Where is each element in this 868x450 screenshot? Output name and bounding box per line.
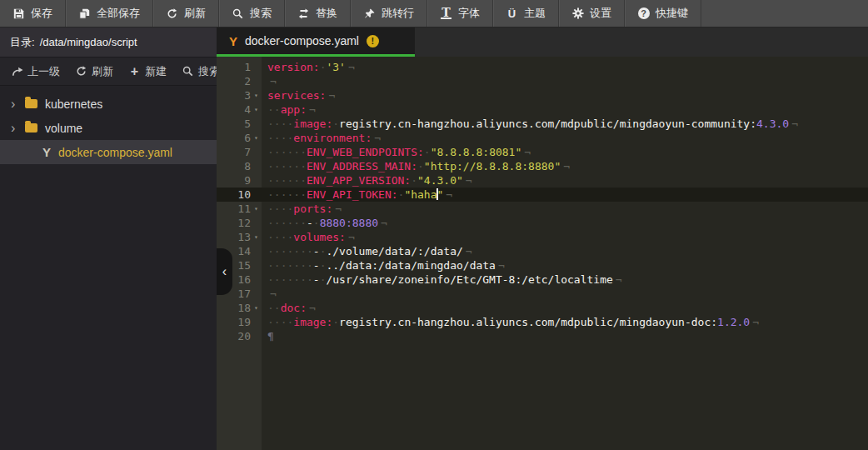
code-line-13[interactable]: 13▾····volumes:¬ bbox=[217, 230, 868, 244]
code-text[interactable]: ··doc:¬ bbox=[262, 301, 316, 315]
fold-toggle-icon[interactable]: ▾ bbox=[251, 131, 262, 145]
code-text[interactable]: ¬ bbox=[262, 287, 277, 301]
expand-chevron-icon[interactable]: › bbox=[11, 122, 25, 134]
code-line-16[interactable]: 16·······-·/usr/share/zoneinfo/Etc/GMT-8… bbox=[217, 272, 868, 287]
code-text[interactable]: ····volumes:¬ bbox=[262, 230, 355, 244]
line-number[interactable]: 9 bbox=[244, 173, 251, 188]
tree-item-kubernetes[interactable]: › kubernetes bbox=[0, 92, 217, 116]
code-line-20[interactable]: 20¶ bbox=[217, 329, 868, 343]
line-number-gutter[interactable]: 9 bbox=[217, 173, 262, 188]
line-number[interactable]: 15 bbox=[237, 258, 251, 272]
code-line-19[interactable]: 19····image:·registry.cn-hangzhou.aliyun… bbox=[217, 315, 868, 329]
line-number[interactable]: 19 bbox=[237, 315, 251, 329]
line-number[interactable]: 6 bbox=[244, 131, 251, 145]
fold-toggle-icon[interactable]: ▾ bbox=[251, 301, 262, 315]
code-text[interactable]: ······-·8880:8880¬ bbox=[262, 216, 387, 230]
goto-line-button[interactable]: 跳转行 bbox=[351, 0, 427, 27]
up-level-button[interactable]: 上一级 bbox=[3, 58, 67, 85]
code-text[interactable]: ·······-·./volume/data/:/data/¬ bbox=[262, 244, 472, 258]
code-line-3[interactable]: 3▾services:¬ bbox=[217, 88, 868, 102]
code-line-5[interactable]: 5····image:·registry.cn-hangzhou.aliyunc… bbox=[217, 117, 868, 131]
line-number-gutter[interactable]: 6▾ bbox=[217, 131, 262, 145]
save-all-button[interactable]: 全部保存 bbox=[66, 0, 153, 27]
code-text[interactable]: ¬ bbox=[262, 74, 277, 88]
theme-button[interactable]: Ü 主题 bbox=[493, 0, 559, 27]
line-number-gutter[interactable]: 10 bbox=[217, 188, 262, 202]
line-number-gutter[interactable]: 8 bbox=[217, 159, 262, 173]
code-line-8[interactable]: 8······ENV_ADDRESS_MAIN:·"http://8.8.8.8… bbox=[217, 159, 868, 173]
sidebar-collapse-handle[interactable]: ‹ bbox=[217, 248, 232, 295]
line-number-gutter[interactable]: 11▾ bbox=[217, 202, 262, 216]
font-button[interactable]: T 字体 bbox=[427, 0, 493, 27]
line-number[interactable]: 18 bbox=[237, 301, 251, 315]
new-file-button[interactable]: + 新建 bbox=[121, 58, 174, 85]
refresh-button[interactable]: 刷新 bbox=[153, 0, 219, 27]
code-text[interactable]: ······ENV_WEB_ENDPOINTS:·"8.8.8.8:8081"¬ bbox=[262, 145, 531, 159]
tree-item-volume[interactable]: › volume bbox=[0, 116, 217, 140]
line-number[interactable]: 4 bbox=[244, 102, 251, 117]
line-number[interactable]: 12 bbox=[237, 216, 251, 230]
line-number[interactable]: 10 bbox=[237, 188, 251, 202]
line-number-gutter[interactable]: 20 bbox=[217, 329, 262, 343]
code-text[interactable]: ······ENV_APP_VERSION:·"4.3.0"¬ bbox=[262, 173, 472, 188]
code-line-1[interactable]: 1version:·'3'¬ bbox=[217, 60, 868, 74]
code-line-2[interactable]: 2¬ bbox=[217, 74, 868, 88]
line-number-gutter[interactable]: 2 bbox=[217, 74, 262, 88]
code-text[interactable]: ··app:¬ bbox=[262, 102, 316, 117]
fold-toggle-icon[interactable]: ▾ bbox=[251, 202, 262, 216]
line-number-gutter[interactable]: 5 bbox=[217, 117, 262, 131]
line-number-gutter[interactable]: 12 bbox=[217, 216, 262, 230]
line-number-gutter[interactable]: 1 bbox=[217, 60, 262, 74]
code-editor[interactable]: 1version:·'3'¬2¬3▾services:¬4▾··app:¬5··… bbox=[217, 57, 868, 450]
fold-toggle-icon[interactable]: ▾ bbox=[251, 88, 262, 102]
code-line-4[interactable]: 4▾··app:¬ bbox=[217, 102, 868, 117]
code-line-6[interactable]: 6▾····environment:¬ bbox=[217, 131, 868, 145]
code-line-7[interactable]: 7······ENV_WEB_ENDPOINTS:·"8.8.8.8:8081"… bbox=[217, 145, 868, 159]
line-number[interactable]: 16 bbox=[237, 272, 251, 287]
expand-chevron-icon[interactable]: › bbox=[11, 98, 25, 110]
line-number[interactable]: 1 bbox=[244, 60, 251, 74]
line-number[interactable]: 7 bbox=[244, 145, 251, 159]
code-line-15[interactable]: 15·······-·../data:/data/mingdao/data¬ bbox=[217, 258, 868, 272]
line-number[interactable]: 8 bbox=[244, 159, 251, 173]
code-line-18[interactable]: 18▾··doc:¬ bbox=[217, 301, 868, 315]
line-number[interactable]: 17 bbox=[237, 287, 251, 301]
code-line-14[interactable]: 14·······-·./volume/data/:/data/¬ bbox=[217, 244, 868, 258]
code-text[interactable]: ····ports:¬ bbox=[262, 202, 342, 216]
code-text[interactable]: ·······-·../data:/data/mingdao/data¬ bbox=[262, 258, 505, 272]
code-text[interactable]: version:·'3'¬ bbox=[262, 60, 355, 74]
line-number[interactable]: 20 bbox=[237, 329, 251, 343]
line-number[interactable]: 14 bbox=[237, 244, 251, 258]
settings-button[interactable]: 设置 bbox=[559, 0, 625, 27]
fold-toggle-icon[interactable]: ▾ bbox=[251, 230, 262, 244]
code-text[interactable]: services:¬ bbox=[262, 88, 335, 102]
code-text[interactable]: ····image:·registry.cn-hangzhou.aliyuncs… bbox=[262, 315, 759, 329]
line-number-gutter[interactable]: 19 bbox=[217, 315, 262, 329]
code-line-11[interactable]: 11▾····ports:¬ bbox=[217, 202, 868, 216]
code-line-12[interactable]: 12······-·8880:8880¬ bbox=[217, 216, 868, 230]
line-number-gutter[interactable]: 18▾ bbox=[217, 301, 262, 315]
sidebar-refresh-button[interactable]: 刷新 bbox=[67, 58, 121, 85]
line-number[interactable]: 5 bbox=[244, 117, 251, 131]
code-text[interactable]: ····environment:¬ bbox=[262, 131, 381, 145]
code-text[interactable]: ····image:·registry.cn-hangzhou.aliyuncs… bbox=[262, 117, 798, 131]
code-text[interactable]: ······ENV_API_TOKEN:·"haha"¬ bbox=[262, 188, 452, 202]
search-button[interactable]: 搜索 bbox=[219, 0, 285, 27]
line-number-gutter[interactable]: 3▾ bbox=[217, 88, 262, 102]
line-number-gutter[interactable]: 4▾ bbox=[217, 102, 262, 117]
code-line-17[interactable]: 17¬ bbox=[217, 287, 868, 301]
line-number[interactable]: 13 bbox=[237, 230, 251, 244]
replace-button[interactable]: 替换 bbox=[285, 0, 351, 27]
line-number-gutter[interactable]: 7 bbox=[217, 145, 262, 159]
tree-item-docker-compose-yaml[interactable]: Y docker-compose.yaml bbox=[0, 140, 217, 164]
tab-docker-compose-yaml[interactable]: Y docker-compose.yaml ! bbox=[217, 28, 415, 57]
line-number-gutter[interactable]: 13▾ bbox=[217, 230, 262, 244]
code-text[interactable]: ·······-·/usr/share/zoneinfo/Etc/GMT-8:/… bbox=[262, 272, 622, 287]
save-button[interactable]: 保存 bbox=[0, 0, 66, 27]
code-line-10[interactable]: 10······ENV_API_TOKEN:·"haha"¬ bbox=[217, 188, 868, 202]
code-text[interactable]: ¶ bbox=[262, 329, 274, 343]
code-line-9[interactable]: 9······ENV_APP_VERSION:·"4.3.0"¬ bbox=[217, 173, 868, 188]
shortcuts-button[interactable]: ? 快捷键 bbox=[625, 0, 701, 27]
line-number[interactable]: 2 bbox=[244, 74, 251, 88]
fold-toggle-icon[interactable]: ▾ bbox=[251, 102, 262, 117]
